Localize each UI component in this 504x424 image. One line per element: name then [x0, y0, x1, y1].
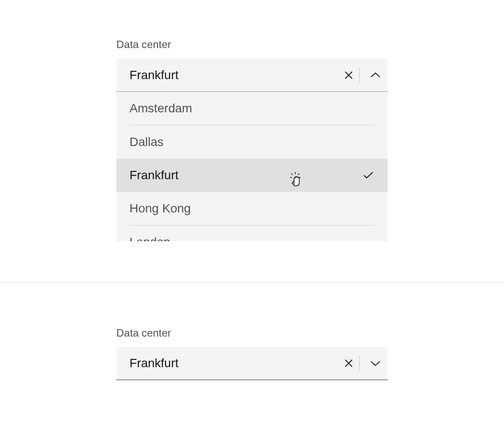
toggle-button[interactable]: [363, 360, 388, 366]
close-icon: [344, 359, 353, 368]
chevron-up-icon: [371, 72, 380, 78]
clear-button[interactable]: [340, 66, 357, 84]
chevron-down-icon: [371, 360, 380, 366]
combobox-field[interactable]: Frankfurt: [116, 347, 388, 380]
icon-divider: [359, 67, 360, 83]
combobox-open: Frankfurt Amsterdam Dallas Frankfurt: [116, 59, 388, 241]
clear-button[interactable]: [340, 354, 357, 372]
option-label: London: [130, 235, 374, 241]
dropdown-open-section: Data center Frankfurt Amsterdam Dallas: [116, 38, 388, 241]
option-dallas[interactable]: Dallas: [116, 125, 388, 159]
option-label: Hong Kong: [130, 202, 374, 215]
icon-divider: [359, 355, 360, 371]
field-label: Data center: [116, 327, 388, 339]
option-amsterdam[interactable]: Amsterdam: [116, 92, 388, 125]
section-separator: [0, 282, 504, 283]
checkmark-icon: [362, 169, 374, 181]
option-label: Frankfurt: [130, 168, 362, 182]
combobox-menu: Amsterdam Dallas Frankfurt Hong Kong: [116, 92, 388, 241]
combobox-menu-inner: Amsterdam Dallas Frankfurt Hong Kong: [116, 92, 388, 241]
combobox-field[interactable]: Frankfurt: [116, 59, 388, 92]
combobox-selected-value: Frankfurt: [130, 68, 340, 82]
close-icon: [344, 71, 353, 80]
option-hongkong[interactable]: Hong Kong: [116, 192, 388, 225]
option-london[interactable]: London: [116, 226, 388, 241]
field-label: Data center: [116, 38, 388, 51]
combobox-selected-value: Frankfurt: [130, 356, 340, 370]
option-label: Dallas: [130, 135, 374, 149]
toggle-button[interactable]: [363, 72, 388, 78]
combobox-closed: Frankfurt: [116, 347, 388, 380]
option-label: Amsterdam: [130, 101, 374, 115]
dropdown-closed-section: Data center Frankfurt: [116, 327, 388, 380]
option-frankfurt[interactable]: Frankfurt: [116, 159, 388, 192]
